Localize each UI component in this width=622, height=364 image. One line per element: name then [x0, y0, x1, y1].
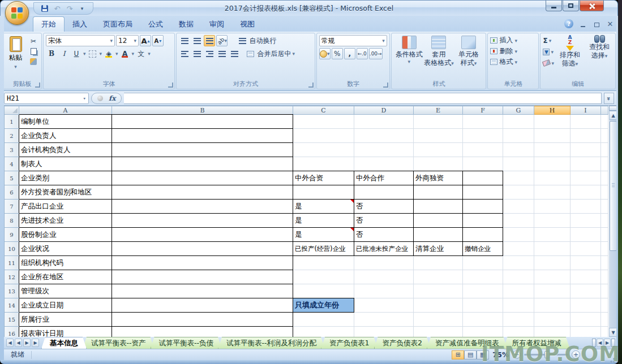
cell-c10[interactable]: 已投产(经营)企业 [293, 242, 354, 256]
sheet-tab-impairment-detail[interactable]: 资产减值准备明细表 [427, 337, 508, 349]
cell-d7[interactable]: 否 [354, 200, 414, 214]
cell[interactable] [293, 313, 354, 327]
cell[interactable] [570, 143, 601, 157]
row-header[interactable]: 12 [5, 270, 19, 284]
row-header[interactable]: 15 [5, 313, 19, 327]
resize-grip[interactable] [610, 356, 617, 363]
cell[interactable] [601, 284, 608, 298]
cell[interactable] [570, 129, 601, 143]
fill-button[interactable]: ▼▾ [543, 46, 554, 57]
cell-f5[interactable] [463, 171, 503, 185]
cell-c4[interactable] [293, 157, 354, 171]
row-header[interactable]: 16 [5, 327, 19, 337]
cell[interactable] [534, 327, 570, 337]
sheet-tab-balance-sheet-2[interactable]: 资产负债表2 [374, 337, 431, 349]
zoom-slider[interactable] [524, 354, 568, 356]
cell-a10[interactable]: 企业状况 [19, 242, 112, 256]
cell-a16[interactable]: 报表审计日期 [19, 327, 112, 337]
row-header[interactable]: 13 [5, 284, 19, 298]
column-header-j-partial[interactable] [601, 106, 608, 115]
cell[interactable] [463, 143, 503, 157]
clear-button[interactable]: ▾ [543, 58, 554, 68]
middle-align-button[interactable] [191, 35, 203, 46]
top-align-button[interactable] [179, 35, 190, 46]
cell-e7[interactable] [414, 200, 463, 214]
cell[interactable] [293, 143, 354, 157]
cell[interactable] [601, 313, 608, 327]
decrease-decimal-button[interactable]: .00→ [369, 48, 383, 59]
cell[interactable] [414, 129, 463, 143]
cell[interactable] [570, 214, 601, 228]
orientation-button[interactable]: ab▾ [216, 35, 228, 46]
accounting-format-button[interactable]: ▾ [319, 48, 331, 59]
cell-b16[interactable] [112, 327, 293, 337]
cell[interactable] [503, 200, 534, 214]
alignment-dialog-launcher[interactable] [308, 83, 314, 88]
bold-button[interactable]: B [46, 48, 57, 59]
cell[interactable] [503, 185, 534, 200]
cell[interactable] [293, 327, 354, 337]
format-as-table-button[interactable]: 套用 表格格式▾ [424, 35, 454, 67]
tab-split-handle[interactable] [592, 339, 596, 347]
cell-a5[interactable]: 企业类别 [19, 171, 112, 185]
cell[interactable] [463, 313, 503, 327]
column-header-c[interactable]: C [293, 106, 354, 115]
first-sheet-button[interactable]: ◀ [6, 339, 14, 347]
row-header[interactable]: 5 [5, 171, 19, 185]
column-header-h-selected[interactable]: H [534, 106, 570, 115]
cell-b13[interactable] [112, 284, 293, 298]
cell-c7-comment[interactable]: 是 [293, 200, 354, 214]
align-left-button[interactable] [179, 48, 190, 59]
cell-f4[interactable] [463, 157, 503, 171]
cell[interactable] [601, 200, 608, 214]
cell[interactable] [503, 157, 534, 171]
cell-b14[interactable] [112, 298, 293, 313]
row-header[interactable]: 4 [5, 157, 19, 171]
cell-a12[interactable]: 企业所在地区 [19, 270, 112, 284]
cell[interactable] [534, 256, 570, 270]
cell-c8[interactable]: 是 [293, 214, 354, 228]
cell[interactable] [534, 185, 570, 200]
row-header[interactable]: 1 [5, 115, 19, 129]
help-icon[interactable]: ? [564, 19, 573, 28]
doc-restore-button[interactable] [593, 21, 600, 27]
cell[interactable] [414, 270, 463, 284]
cell[interactable] [601, 256, 608, 270]
cell-a7[interactable]: 产品出口企业 [19, 200, 112, 214]
cell[interactable] [534, 313, 570, 327]
name-box-dropdown[interactable]: ▾ [83, 96, 86, 101]
cell[interactable] [414, 143, 463, 157]
cell-d9[interactable]: 否 [354, 228, 414, 242]
page-layout-view-button[interactable]: ▤ [464, 350, 477, 359]
cell[interactable] [503, 313, 534, 327]
cell-a13[interactable]: 管理级次 [19, 284, 112, 298]
cell[interactable] [354, 284, 414, 298]
doc-close-button[interactable]: ✕ [606, 20, 614, 28]
cell[interactable] [601, 242, 608, 256]
cell[interactable] [534, 129, 570, 143]
cell[interactable] [534, 242, 570, 256]
cell[interactable] [601, 143, 608, 157]
bottom-align-button[interactable] [204, 35, 215, 46]
cell-a4[interactable]: 制表人 [19, 157, 112, 171]
cell[interactable] [570, 298, 601, 313]
cell-c6[interactable] [293, 185, 354, 200]
cell[interactable] [354, 115, 414, 129]
italic-button[interactable]: I [58, 48, 70, 59]
column-header-e[interactable]: E [414, 106, 463, 115]
cell[interactable] [601, 270, 608, 284]
column-header-g[interactable]: G [503, 106, 534, 115]
cell-f8[interactable] [463, 214, 503, 228]
comma-style-button[interactable]: , [344, 48, 355, 59]
conditional-formatting-button[interactable]: 条件格式 ▾ [394, 35, 424, 67]
cell[interactable] [503, 171, 534, 185]
office-button[interactable] [5, 1, 29, 25]
scroll-right-button[interactable]: ▶ [604, 339, 611, 347]
cell-e4[interactable] [414, 157, 463, 171]
cell-b8[interactable] [112, 214, 293, 228]
cell-a2[interactable]: 企业负责人 [19, 129, 112, 143]
number-format-select[interactable]: 常规 ▾ [319, 35, 387, 46]
cell-b3[interactable] [112, 143, 293, 157]
cell[interactable] [503, 284, 534, 298]
cell[interactable] [463, 129, 503, 143]
